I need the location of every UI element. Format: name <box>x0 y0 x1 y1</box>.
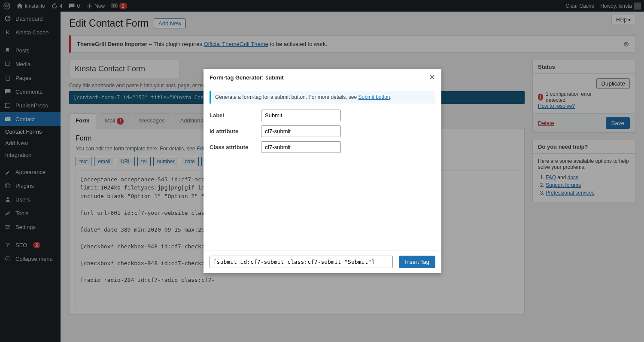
id-label: Id attribute <box>210 128 261 134</box>
modal-info-text: Generate a form-tag for a submit button.… <box>215 94 358 100</box>
submit-button-doc-link[interactable]: Submit button <box>358 94 390 100</box>
label-label: Label <box>210 112 261 119</box>
modal-info: Generate a form-tag for a submit button.… <box>210 91 435 104</box>
insert-tag-button[interactable]: Insert Tag <box>399 256 435 268</box>
form-tag-modal: Form-tag Generator: submit ✕ Generate a … <box>204 69 441 273</box>
modal-title: Form-tag Generator: submit <box>210 74 284 81</box>
class-label: Class attribute <box>210 144 261 150</box>
class-input[interactable] <box>261 141 341 153</box>
label-input[interactable] <box>261 110 341 121</box>
generated-tag-input[interactable] <box>210 256 393 268</box>
id-input[interactable] <box>261 125 341 137</box>
close-icon[interactable]: ✕ <box>429 73 435 82</box>
